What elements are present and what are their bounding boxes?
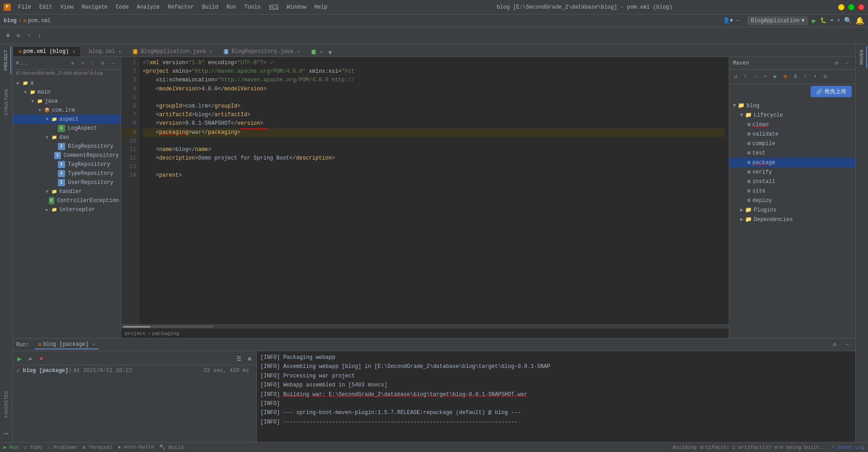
run-step-btn[interactable]: ⊳ [25,354,35,364]
maven-refresh-icon[interactable]: ↺ [731,72,740,81]
code-text[interactable]: <?xml version="1.0" encoding="UTF-8"?> ✓… [139,57,729,325]
breadcrumb-project[interactable]: blog [4,18,17,24]
todo-icon[interactable]: ☑ TODO [24,444,42,450]
problems-icon[interactable]: ⚠ Problems [47,444,77,450]
maven-down-icon[interactable]: ⬇ [811,72,820,81]
horizontal-scrollbar[interactable] [121,325,729,328]
maven-item-test[interactable]: ⚙ test [729,148,855,158]
menu-run[interactable]: Run [223,2,240,12]
terminal-icon[interactable]: ⊞ Terminal [83,444,113,450]
menu-code[interactable]: Code [112,2,132,12]
tab-more[interactable]: ▼ [328,49,855,56]
more-tabs-btn[interactable]: ⋯ [2,427,10,440]
toolbar-btn-back[interactable]: ← [736,18,740,24]
menu-view[interactable]: View [57,2,77,12]
menu-edit[interactable]: Edit [36,2,56,12]
maven-item-blog[interactable]: ▼ 📁 blog [729,101,855,110]
maven-run-icon[interactable]: ⚡ [741,72,750,81]
run-configuration[interactable]: BlogApplication ▼ [747,16,808,25]
tab-project[interactable]: Project [1,46,11,74]
tree-item-commentrepo[interactable]: I CommentRepository [13,151,121,160]
maven-panel-controls[interactable]: ⚙ — [832,59,852,68]
maven-item-verify[interactable]: ⚙ verify [729,167,855,177]
run-list-icon[interactable]: ☰ [234,354,244,364]
tree-item-aspect[interactable]: ▼ 📁 aspect [13,115,121,124]
expand-all-icon[interactable]: ≡ [78,59,87,68]
menu-window[interactable]: Window [283,2,310,12]
minimize-panel-icon[interactable]: — [108,59,117,68]
maven-item-dependencies[interactable]: ▶ 📁 Dependencies [729,215,855,224]
maven-item-compile[interactable]: ⚙ compile [729,139,855,148]
menu-vcs[interactable]: VCS [265,2,283,12]
build-icon[interactable]: 🔨 Build [159,444,184,450]
coverage-button[interactable]: ☂ [830,17,834,24]
minimize-button[interactable] [838,4,844,10]
menu-analyze[interactable]: Analyze [133,2,163,12]
maven-m-icon[interactable]: m [781,72,790,81]
tab-blogapp-close[interactable]: ✕ [209,49,212,54]
tab-blog-iml[interactable]: blog.iml ✕ [81,46,127,56]
editor-breadcrumb-packaging[interactable]: packaging [152,331,179,336]
menu-bar[interactable]: File Edit View Navigate Code Analyze Ref… [14,2,331,12]
toolbar-up[interactable]: ↑ [24,31,33,40]
tree-item-interceptor[interactable]: ▶ 📁 interceptor [13,205,121,214]
tree-item-tagrepo[interactable]: I TagRepository [13,160,121,169]
tab-structure[interactable]: Structure [2,85,11,119]
toolbar-down[interactable]: ↓ [35,31,44,40]
maven-item-clean[interactable]: ⚙ clean [729,120,855,129]
tree-item-comlrm[interactable]: ▼ 📦 com.lrm [13,106,121,115]
tab-c[interactable]: C ✕ [306,47,328,56]
maven-item-install[interactable]: ⚙ install [729,177,855,186]
status-bottom-tabs[interactable]: ▶ Run ☑ TODO ⚠ Problems ⊞ Terminal ▲ Aut… [4,444,184,450]
menu-file[interactable]: File [14,2,35,12]
event-log-icon[interactable]: ⚡ Event Log [831,444,864,450]
maven-tree[interactable]: ▼ 📁 blog ▼ 📁 Lifecycle ⚙ [729,99,855,338]
tree-item-controllerexc[interactable]: C ControllerException [13,196,121,205]
search-button[interactable]: 🔍 [844,17,852,24]
bottom-tab-package[interactable]: m blog [package] ✕ [35,340,99,349]
bottom-minimize-icon[interactable]: — [843,340,852,349]
maven-execute-icon[interactable]: ▶ [771,72,780,81]
editor-breadcrumb-project[interactable]: project [125,331,146,336]
toolbar-sync[interactable]: ↻ [14,31,23,40]
tree-item-logaspect[interactable]: C LogAspect [13,124,121,133]
debug-button[interactable]: 🐛 [820,17,827,24]
maven-item-site[interactable]: ⚙ site [729,186,855,196]
run-status-icon[interactable]: ▶ Run [4,444,19,450]
tab-pom-xml-close[interactable]: ✕ [72,49,75,54]
maven-config-icon[interactable]: ⚙ [821,72,830,81]
breadcrumb-file[interactable]: pom.xml [28,18,51,24]
auto-build-icon[interactable]: ▲ Auto-build [118,444,154,450]
maven-item-deploy[interactable]: ⚙ deploy [729,196,855,205]
tree-item-dao[interactable]: ▼ 📁 dao [13,133,121,142]
tab-c-close[interactable]: ✕ [320,49,322,55]
maximize-button[interactable] [848,4,854,10]
tab-blogrepo-close[interactable]: ✕ [297,49,300,54]
menu-refactor[interactable]: Refactor [164,2,198,12]
tab-favorites[interactable]: Favorites [2,387,11,421]
run-stop-btn[interactable]: ■ [36,354,46,364]
menu-tools[interactable]: Tools [241,2,264,12]
tab-blogrepository[interactable]: I BlogRepository.java ✕ [218,46,306,56]
toolbar-btn-profile[interactable]: 👤▼ [723,17,733,24]
maven-item-package[interactable]: ⚙ package [729,158,855,167]
notification-button[interactable]: 🔔 [855,16,864,25]
tree-item-blogrepo[interactable]: I BlogRepository [13,142,121,151]
maven-lightning-icon[interactable]: ⚡ [801,72,810,81]
tree-item-main[interactable]: ▼ 📁 main [13,88,121,97]
close-button[interactable] [858,4,864,10]
locate-icon[interactable]: ⊕ [68,59,77,68]
tab-pom-xml[interactable]: m pom.xml (blog) ✕ [13,46,81,56]
bottom-settings-icon[interactable]: ⚙ [830,340,839,349]
maven-item-validate[interactable]: ⚙ validate [729,129,855,139]
maven-item-lifecycle[interactable]: ▼ 📁 Lifecycle [729,110,855,120]
toolbar-settings[interactable]: ⚙ [4,31,12,40]
maven-minimize-icon[interactable]: — [843,59,852,68]
menu-build[interactable]: Build [198,2,222,12]
maven-add-icon[interactable]: + [761,72,770,81]
tree-item-handler[interactable]: ▼ 📁 handler [13,187,121,196]
menu-help[interactable]: Help [311,2,331,12]
run-tab-close[interactable]: ✕ [92,342,95,347]
run-toolbar[interactable]: ▶ ⊳ ■ ☰ ⊞ [13,353,256,365]
maven-item-plugins[interactable]: ▶ 📁 Plugins [729,205,855,215]
